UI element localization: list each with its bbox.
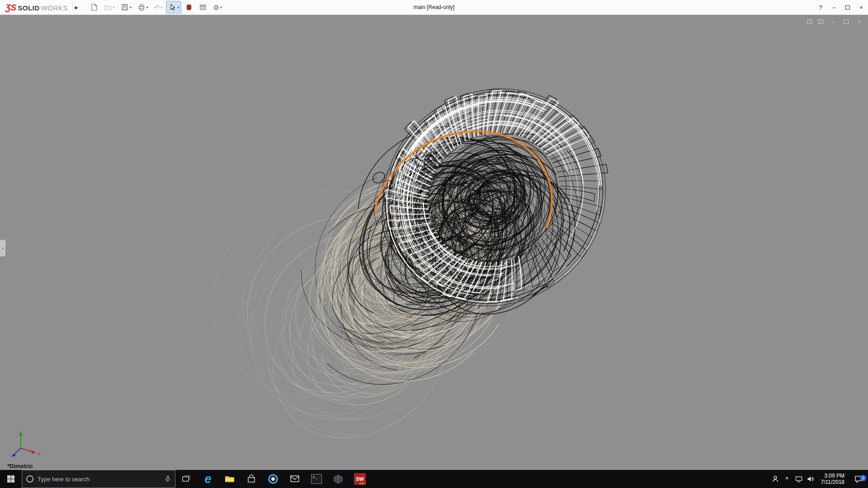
open-dropdown-arrow[interactable]: ▾ xyxy=(113,5,115,9)
app-edge[interactable]: e xyxy=(197,470,219,488)
doc-close-icon[interactable]: × xyxy=(856,19,863,25)
design-table-icon xyxy=(199,3,207,11)
edge-icon: e xyxy=(204,473,211,485)
window-controls: ? – × xyxy=(814,0,868,14)
app-file-explorer[interactable] xyxy=(219,470,241,488)
undo-dropdown-arrow[interactable]: ▾ xyxy=(160,5,162,9)
app-store[interactable] xyxy=(241,470,262,488)
toolbar-expander-button[interactable]: ▶ xyxy=(72,1,80,13)
save-icon xyxy=(121,3,129,11)
minimize-button[interactable]: – xyxy=(827,0,841,14)
taskbar-search[interactable] xyxy=(22,470,175,488)
undo-icon: ↶ xyxy=(154,4,160,11)
task-view-button[interactable] xyxy=(175,470,197,488)
restore-button[interactable] xyxy=(841,0,854,14)
save-button[interactable]: ▾ xyxy=(118,1,134,14)
notification-badge: 3 xyxy=(860,475,866,481)
cube-3d-icon xyxy=(333,474,344,484)
hidden-icons-chevron[interactable]: ^ xyxy=(781,470,793,488)
network-button[interactable] xyxy=(793,470,805,488)
app-solidworks-2017[interactable]: SW 2017 xyxy=(349,470,371,488)
volume-button[interactable] xyxy=(805,470,816,488)
solidworks-2017-icon: SW 2017 xyxy=(354,473,366,485)
people-icon xyxy=(771,475,779,483)
orientation-triad: X xyxy=(6,425,47,463)
titlebar: ƷS SOLID WORKS ▶ ▾ ▾ xyxy=(0,0,868,15)
save-dropdown-arrow[interactable]: ▾ xyxy=(130,5,132,9)
print-dropdown-arrow[interactable]: ▾ xyxy=(146,5,148,9)
doc-pane-icon[interactable]: ↗ xyxy=(807,19,812,24)
document-window-controls: ↗ ↙ – × xyxy=(807,19,863,25)
dassault-logo: ƷS xyxy=(5,3,16,12)
app-browser-circle[interactable] xyxy=(262,470,284,488)
select-dropdown-arrow[interactable]: ▾ xyxy=(177,5,179,9)
options-button[interactable]: ⚙ ▾ xyxy=(211,1,224,14)
search-input[interactable] xyxy=(38,476,160,483)
app-3d-viewer[interactable] xyxy=(327,470,349,488)
open-button[interactable]: ▾ xyxy=(102,1,117,14)
view-orientation-label: *Dimetric xyxy=(7,463,33,469)
select-tool-button[interactable]: ▾ xyxy=(166,1,181,14)
browser-circle-icon xyxy=(268,474,278,484)
people-button[interactable] xyxy=(769,470,781,488)
brand-solid: SOLID xyxy=(18,4,39,12)
solidworks-logo: ƷS SOLID WORKS xyxy=(0,3,72,12)
doc-pane2-icon[interactable]: ↙ xyxy=(818,19,823,24)
task-view-icon xyxy=(182,474,191,483)
engine-wireframe-model xyxy=(0,15,868,470)
select-cursor-icon xyxy=(168,3,176,11)
action-center-button[interactable]: 3 xyxy=(849,474,868,483)
app-mail[interactable] xyxy=(284,470,306,488)
file-explorer-icon xyxy=(224,474,235,484)
cortana-icon xyxy=(26,475,34,483)
quick-access-toolbar: ▾ ▾ ▾ ↶ ▾ ▾ xyxy=(88,1,224,14)
gear-icon: ⚙ xyxy=(213,4,219,11)
microphone-icon[interactable] xyxy=(164,475,171,483)
task-pane-collapse-tab[interactable]: ‹ xyxy=(0,239,6,257)
design-table-button[interactable] xyxy=(197,1,209,14)
clock-date: 7/11/2018 xyxy=(821,479,845,485)
system-tray: ^ 3:09 PM 7/11/2018 3 xyxy=(769,470,868,488)
print-button[interactable]: ▾ xyxy=(135,1,151,14)
x-axis-arrow xyxy=(31,450,36,454)
print-icon xyxy=(137,3,146,11)
chevron-up-icon: ^ xyxy=(785,476,788,482)
y-axis-arrow xyxy=(19,431,23,436)
graphics-area[interactable]: ↗ ↙ – × ‹ X *Dimetric xyxy=(0,15,868,470)
windows-logo-icon xyxy=(7,475,15,483)
open-folder-icon xyxy=(104,3,112,11)
close-button[interactable]: × xyxy=(854,0,868,14)
restore-icon xyxy=(845,5,850,9)
network-icon xyxy=(795,475,803,483)
appearance-cylinder-icon xyxy=(185,3,193,11)
options-dropdown-arrow[interactable]: ▾ xyxy=(220,5,222,9)
speaker-icon xyxy=(807,475,815,483)
app-terminal[interactable]: >_ xyxy=(306,470,327,488)
store-bag-icon xyxy=(246,474,256,484)
brand-works: WORKS xyxy=(41,4,68,12)
start-button[interactable] xyxy=(0,470,22,488)
windows-taskbar: e >_ SW 20 xyxy=(0,470,868,488)
mail-envelope-icon xyxy=(289,474,300,484)
document-title: main [Read-only] xyxy=(414,4,455,10)
terminal-icon: >_ xyxy=(311,474,322,484)
x-axis-label: X xyxy=(38,452,41,456)
tray-clock[interactable]: 3:09 PM 7/11/2018 xyxy=(816,473,849,485)
help-button[interactable]: ? xyxy=(814,0,827,14)
doc-restore-icon[interactable] xyxy=(844,19,849,24)
new-document-button[interactable] xyxy=(88,1,100,14)
undo-button[interactable]: ↶ ▾ xyxy=(152,1,165,14)
appearance-button[interactable] xyxy=(183,1,195,14)
clock-time: 3:09 PM xyxy=(824,473,844,479)
doc-minimize-icon[interactable]: – xyxy=(830,19,836,25)
new-document-icon xyxy=(90,3,98,11)
